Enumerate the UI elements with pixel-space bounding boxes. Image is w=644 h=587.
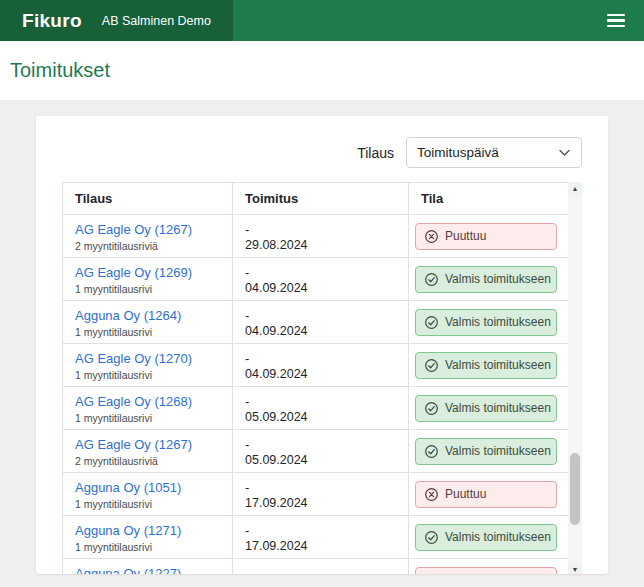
shipment-cell: -04.09.2024 [233, 344, 409, 387]
order-lines-count: 1 myyntitilausrivi [75, 283, 220, 295]
order-cell: AG Eagle Oy (1270)1 myyntitilausrivi [63, 344, 233, 387]
scroll-down-button[interactable]: ▼ [568, 563, 582, 574]
order-cell: Agguna Oy (1271)1 myyntitilausrivi [63, 516, 233, 559]
status-label: Valmis toimitukseen [445, 315, 551, 329]
status-badge-missing[interactable]: Puuttuu [415, 567, 557, 575]
shipment-value: - [245, 394, 396, 409]
app-logo[interactable]: Fikuro [22, 10, 82, 32]
status-badge-ready[interactable]: Valmis toimitukseen [415, 524, 557, 551]
scrollbar-thumb[interactable] [570, 453, 580, 525]
menu-icon[interactable] [602, 9, 630, 33]
order-link[interactable]: Agguna Oy (1271) [75, 523, 181, 538]
column-header-tila: Tila [409, 183, 569, 215]
status-label: Valmis toimitukseen [445, 530, 551, 544]
order-lines-count: 1 myyntitilausrivi [75, 498, 220, 510]
table-row: Agguna Oy (1051)1 myyntitilausrivi-17.09… [63, 473, 569, 516]
table-row: Agguna Oy (1264)1 myyntitilausrivi-04.09… [63, 301, 569, 344]
order-link[interactable]: Agguna Oy (1227) [75, 566, 181, 574]
shipment-value: - [245, 308, 396, 323]
shipment-cell: -17.09.2024 [233, 516, 409, 559]
status-label: Puuttuu [445, 229, 486, 243]
x-circle-icon [424, 487, 439, 502]
order-lines-count: 1 myyntitilausrivi [75, 326, 220, 338]
order-link[interactable]: Agguna Oy (1051) [75, 480, 181, 495]
table-scrollbar[interactable]: ▲ ▼ [568, 182, 582, 574]
shipment-date: 29.08.2024 [245, 239, 396, 251]
shipment-date: 04.09.2024 [245, 325, 396, 337]
status-badge-ready[interactable]: Valmis toimitukseen [415, 438, 557, 465]
order-link[interactable]: Agguna Oy (1264) [75, 308, 181, 323]
check-circle-icon [424, 401, 439, 416]
status-cell: Valmis toimitukseen [409, 301, 569, 344]
status-cell: Puuttuu [409, 559, 569, 575]
order-link[interactable]: AG Eagle Oy (1267) [75, 222, 192, 237]
shipment-cell: -05.09.2024 [233, 430, 409, 473]
shipment-cell: -04.09.2024 [233, 258, 409, 301]
table-row: Agguna Oy (1271)1 myyntitilausrivi-17.09… [63, 516, 569, 559]
main-content: Tilaus Toimituspäivä Tilaus Toimitus Til… [0, 100, 644, 587]
order-link[interactable]: AG Eagle Oy (1269) [75, 265, 192, 280]
shipment-value: - [245, 480, 396, 495]
shipment-value: - [245, 437, 396, 452]
status-badge-ready[interactable]: Valmis toimitukseen [415, 309, 557, 336]
order-link[interactable]: AG Eagle Oy (1268) [75, 394, 192, 409]
order-lines-count: 1 myyntitilausrivi [75, 541, 220, 553]
table-row: AG Eagle Oy (1267)2 myyntitilausriviä-05… [63, 430, 569, 473]
shipment-value: - [245, 351, 396, 366]
order-link[interactable]: AG Eagle Oy (1270) [75, 351, 192, 366]
scrollbar-track[interactable] [568, 195, 582, 563]
check-circle-icon [424, 444, 439, 459]
chevron-down-icon [558, 146, 571, 159]
order-cell: Agguna Oy (1264)1 myyntitilausrivi [63, 301, 233, 344]
filter-row: Tilaus Toimituspäivä [36, 116, 608, 182]
status-cell: Valmis toimitukseen [409, 387, 569, 430]
sort-select[interactable]: Toimituspäivä [406, 137, 582, 168]
order-cell: AG Eagle Oy (1267)2 myyntitilausriviä [63, 215, 233, 258]
check-circle-icon [424, 315, 439, 330]
check-circle-icon [424, 358, 439, 373]
top-navbar: Fikuro AB Salminen Demo [0, 0, 644, 41]
status-label: Valmis toimitukseen [445, 358, 551, 372]
status-badge-ready[interactable]: Valmis toimitukseen [415, 352, 557, 379]
table-zone: Tilaus Toimitus Tila AG Eagle Oy (1267)2… [62, 182, 582, 574]
status-badge-ready[interactable]: Valmis toimitukseen [415, 395, 557, 422]
shipment-date: 17.09.2024 [245, 540, 396, 552]
brand-section: Fikuro AB Salminen Demo [0, 0, 233, 41]
shipment-cell: -31.10.2024 [233, 559, 409, 575]
shipment-value: - [245, 523, 396, 538]
table-header-row: Tilaus Toimitus Tila [63, 183, 569, 215]
status-badge-ready[interactable]: Valmis toimitukseen [415, 266, 557, 293]
check-circle-icon [424, 530, 439, 545]
scroll-up-button[interactable]: ▲ [568, 182, 582, 195]
deliveries-card: Tilaus Toimituspäivä Tilaus Toimitus Til… [36, 116, 608, 574]
column-header-toimitus: Toimitus [233, 183, 409, 215]
table-row: AG Eagle Oy (1269)1 myyntitilausrivi-04.… [63, 258, 569, 301]
order-link[interactable]: AG Eagle Oy (1267) [75, 437, 192, 452]
x-circle-icon [424, 573, 439, 575]
filter-label: Tilaus [357, 145, 394, 161]
status-label: Puuttuu [445, 573, 486, 574]
table-viewport: Tilaus Toimitus Tila AG Eagle Oy (1267)2… [62, 182, 568, 574]
status-badge-missing[interactable]: Puuttuu [415, 481, 557, 508]
shipment-cell: -04.09.2024 [233, 301, 409, 344]
status-label: Valmis toimitukseen [445, 272, 551, 286]
order-cell: AG Eagle Oy (1269)1 myyntitilausrivi [63, 258, 233, 301]
shipment-value: - [245, 222, 396, 237]
deliveries-table: Tilaus Toimitus Tila AG Eagle Oy (1267)2… [62, 182, 568, 574]
page-title: Toimitukset [10, 58, 634, 82]
status-cell: Valmis toimitukseen [409, 344, 569, 387]
shipment-cell: -17.09.2024 [233, 473, 409, 516]
shipment-date: 05.09.2024 [245, 411, 396, 423]
order-cell: Agguna Oy (1227)3 myyntitilausriviä [63, 559, 233, 575]
shipment-cell: -29.08.2024 [233, 215, 409, 258]
shipment-date: 04.09.2024 [245, 282, 396, 294]
table-row: AG Eagle Oy (1268)1 myyntitilausrivi-05.… [63, 387, 569, 430]
status-badge-missing[interactable]: Puuttuu [415, 223, 557, 250]
status-cell: Valmis toimitukseen [409, 258, 569, 301]
order-lines-count: 1 myyntitilausrivi [75, 369, 220, 381]
shipment-date: 05.09.2024 [245, 454, 396, 466]
shipment-date: 17.09.2024 [245, 497, 396, 509]
table-row: AG Eagle Oy (1267)2 myyntitilausriviä-29… [63, 215, 569, 258]
company-name: AB Salminen Demo [102, 14, 211, 28]
table-row: AG Eagle Oy (1270)1 myyntitilausrivi-04.… [63, 344, 569, 387]
